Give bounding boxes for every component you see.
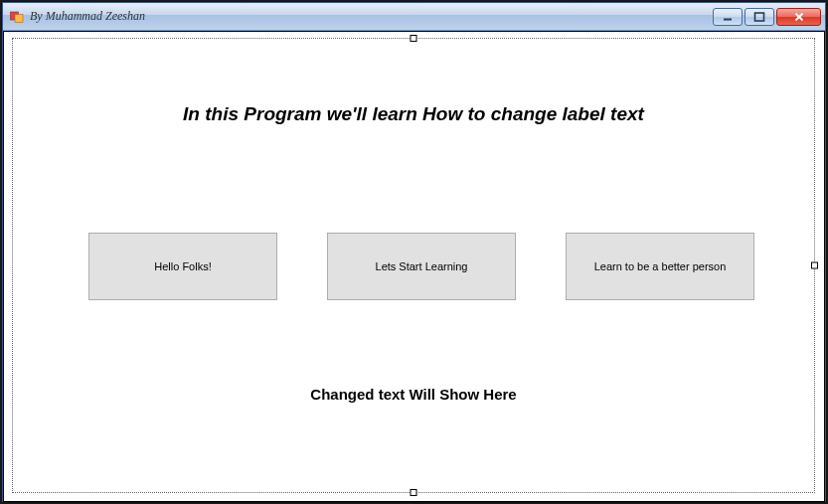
app-window: By Muhammad Zeeshan In this Program we'l… xyxy=(2,2,826,502)
resize-handle-bottom[interactable] xyxy=(411,489,417,496)
app-icon xyxy=(9,9,25,25)
start-learning-button[interactable]: Lets Start Learning xyxy=(327,233,516,300)
better-person-button[interactable]: Learn to be a better person xyxy=(566,233,754,300)
close-button[interactable] xyxy=(776,8,821,26)
maximize-button[interactable] xyxy=(745,8,774,26)
window-title: By Muhammad Zeeshan xyxy=(30,9,713,24)
designer-selection-frame[interactable]: In this Program we'll learn How to chang… xyxy=(12,38,815,493)
result-label: Changed text Will Show Here xyxy=(13,386,814,403)
hello-button[interactable]: Hello Folks! xyxy=(88,233,277,300)
svg-rect-1 xyxy=(15,14,23,22)
titlebar[interactable]: By Muhammad Zeeshan xyxy=(3,3,825,31)
button-row: Hello Folks! Lets Start Learning Learn t… xyxy=(88,233,754,300)
svg-rect-2 xyxy=(724,18,732,20)
heading-label: In this Program we'll learn How to chang… xyxy=(13,103,814,125)
resize-handle-top[interactable] xyxy=(411,35,417,42)
minimize-button[interactable] xyxy=(713,8,743,26)
form-surface: In this Program we'll learn How to chang… xyxy=(3,31,825,502)
window-controls xyxy=(713,8,821,26)
svg-rect-3 xyxy=(755,13,764,21)
resize-handle-right[interactable] xyxy=(811,262,818,269)
